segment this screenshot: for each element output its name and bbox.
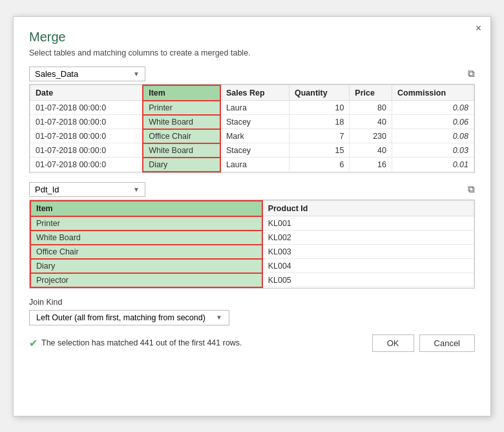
cell-item: Office Chair [143, 129, 220, 143]
table-row[interactable]: 01-07-2018 00:00:0 White Board Stacey 18… [30, 115, 474, 129]
table2-wrapper: Item Product Id Printer KL001 White Boar… [29, 200, 475, 289]
table-row[interactable]: Printer KL001 [30, 216, 474, 231]
table1-header-row: Sales_Data ▼ ⧉ [29, 67, 475, 81]
cell-salesrep: Mark [220, 129, 289, 143]
match-text: The selection has matched 441 out of the… [41, 338, 242, 347]
cell-date: 01-07-2018 00:00:0 [30, 115, 143, 129]
cell-item: White Board [143, 143, 220, 158]
cell-productid: KL005 [262, 273, 474, 287]
join-dropdown[interactable]: Left Outer (all from first, matching fro… [29, 310, 229, 325]
cell-salesrep: Laura [220, 101, 289, 115]
table2-dropdown[interactable]: Pdt_Id ▼ [29, 182, 145, 197]
table2-dropdown-label: Pdt_Id [35, 185, 59, 194]
table-row[interactable]: 01-07-2018 00:00:0 Diary Laura 6 16 0.01 [30, 158, 474, 172]
cell-productid: KL001 [262, 216, 474, 231]
table1: Date Item Sales Rep Quantity Price Commi… [30, 85, 474, 172]
cell-date: 01-07-2018 00:00:0 [30, 129, 143, 143]
cell-item: Office Chair [30, 245, 262, 259]
cell-productid: KL003 [262, 245, 474, 259]
match-info: ✔ The selection has matched 441 out of t… [29, 337, 372, 349]
table-row[interactable]: 01-07-2018 00:00:0 White Board Stacey 15… [30, 143, 474, 158]
table1-col-commission[interactable]: Commission [392, 85, 474, 101]
table1-section: Sales_Data ▼ ⧉ Date Item Sales Rep Quant… [29, 67, 475, 173]
table-row[interactable]: Projector KL005 [30, 273, 474, 287]
table1-col-price[interactable]: Price [350, 85, 392, 101]
cell-productid: KL002 [262, 231, 474, 245]
cell-price: 80 [350, 101, 392, 115]
cell-item: Diary [143, 158, 220, 172]
cell-item: Projector [30, 273, 262, 287]
cell-commission: 0.03 [392, 143, 474, 158]
cancel-button[interactable]: Cancel [419, 334, 475, 352]
table2-header: Item Product Id [30, 201, 474, 216]
cell-quantity: 6 [289, 158, 349, 172]
cell-commission: 0.01 [392, 158, 474, 172]
cell-salesrep: Laura [220, 158, 289, 172]
table-row[interactable]: 01-07-2018 00:00:0 Printer Laura 10 80 0… [30, 101, 474, 115]
table1-dropdown-arrow: ▼ [133, 70, 140, 77]
dialog-subtitle: Select tables and matching columns to cr… [29, 48, 475, 57]
table-row[interactable]: Office Chair KL003 [30, 245, 474, 259]
cell-item: White Board [30, 231, 262, 245]
cell-commission: 0.08 [392, 129, 474, 143]
cell-quantity: 10 [289, 101, 349, 115]
cell-date: 01-07-2018 00:00:0 [30, 101, 143, 115]
cell-date: 01-07-2018 00:00:0 [30, 143, 143, 158]
table2-col-item[interactable]: Item [30, 201, 262, 216]
table2-section: Pdt_Id ▼ ⧉ Item Product Id Printer KL001… [29, 182, 475, 289]
table1-dropdown[interactable]: Sales_Data ▼ [29, 67, 145, 81]
cell-item: White Board [143, 115, 220, 129]
join-dropdown-value: Left Outer (all from first, matching fro… [36, 313, 205, 322]
cell-quantity: 18 [289, 115, 349, 129]
cell-price: 40 [350, 143, 392, 158]
table1-col-quantity[interactable]: Quantity [289, 85, 349, 101]
cell-price: 40 [350, 115, 392, 129]
table1-col-item[interactable]: Item [143, 85, 220, 101]
cell-quantity: 7 [289, 129, 349, 143]
cell-productid: KL004 [262, 259, 474, 273]
table-row[interactable]: Diary KL004 [30, 259, 474, 273]
table2: Item Product Id Printer KL001 White Boar… [30, 200, 474, 288]
footer: ✔ The selection has matched 441 out of t… [29, 334, 475, 352]
table1-wrapper: Date Item Sales Rep Quantity Price Commi… [29, 84, 475, 173]
cell-salesrep: Stacey [220, 115, 289, 129]
table1-dropdown-label: Sales_Data [35, 69, 78, 79]
cell-commission: 0.08 [392, 101, 474, 115]
cell-salesrep: Stacey [220, 143, 289, 158]
table2-dropdown-arrow: ▼ [133, 186, 140, 193]
join-label: Join Kind [29, 298, 475, 307]
cell-commission: 0.06 [392, 115, 474, 129]
cell-item: Printer [143, 101, 220, 115]
cell-quantity: 15 [289, 143, 349, 158]
cell-date: 01-07-2018 00:00:0 [30, 158, 143, 172]
table-row[interactable]: White Board KL002 [30, 231, 474, 245]
table-row[interactable]: 01-07-2018 00:00:0 Office Chair Mark 7 2… [30, 129, 474, 143]
footer-buttons: OK Cancel [372, 334, 475, 352]
cell-price: 230 [350, 129, 392, 143]
table1-col-date[interactable]: Date [30, 85, 143, 101]
check-icon: ✔ [29, 337, 37, 349]
close-button[interactable]: × [476, 23, 481, 34]
dialog-title: Merge [29, 30, 475, 45]
ok-button[interactable]: OK [372, 334, 414, 352]
join-section: Join Kind Left Outer (all from first, ma… [29, 298, 475, 325]
table2-col-productid[interactable]: Product Id [262, 201, 474, 216]
table1-copy-icon[interactable]: ⧉ [468, 68, 475, 79]
cell-price: 16 [350, 158, 392, 172]
cell-item: Diary [30, 259, 262, 273]
join-dropdown-arrow: ▼ [216, 314, 222, 321]
cell-item: Printer [30, 216, 262, 231]
merge-dialog: × Merge Select tables and matching colum… [13, 16, 491, 417]
table1-col-salesrep[interactable]: Sales Rep [220, 85, 289, 101]
table2-header-row: Pdt_Id ▼ ⧉ [29, 182, 475, 197]
table1-header: Date Item Sales Rep Quantity Price Commi… [30, 85, 474, 101]
table2-copy-icon[interactable]: ⧉ [468, 183, 475, 195]
